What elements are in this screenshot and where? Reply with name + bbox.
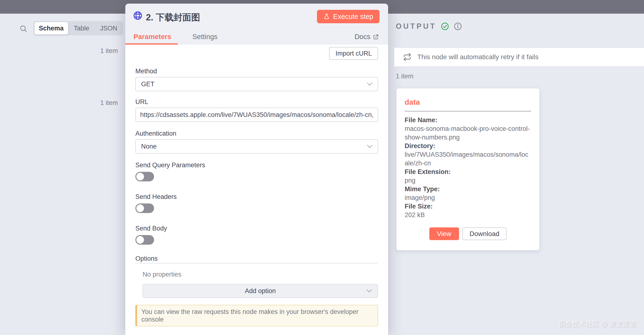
card-divider: [405, 111, 531, 112]
input-item-count-1: 1 item: [70, 47, 118, 55]
view-button[interactable]: View: [429, 228, 459, 240]
search-icon[interactable]: [19, 24, 28, 34]
success-check-icon: [440, 22, 449, 31]
modal-header: 2. 下载封面图 Execute step: [125, 4, 388, 32]
send-headers-toggle[interactable]: [135, 204, 154, 213]
node-detail-modal: 2. 下载封面图 Execute step Parameters Setting…: [125, 4, 388, 335]
toggle-knob: [136, 204, 144, 212]
send-query-parameters-toggle[interactable]: [135, 172, 154, 182]
input-item-count-2: 1 item: [70, 99, 118, 107]
node-title: 2. 下载封面图: [146, 12, 200, 24]
mime-type-label: Mime Type:: [405, 185, 531, 194]
flask-icon: [323, 13, 330, 20]
retry-note: This node will automatically retry if it…: [417, 53, 538, 61]
url-label: URL: [135, 98, 378, 106]
file-name-value: macos-sonoma-macbook-pro-voice-control-s…: [405, 124, 531, 142]
retry-icon: [403, 53, 412, 61]
input-view-switcher: Schema Table JSON: [34, 21, 123, 36]
file-name-label: File Name:: [405, 116, 531, 124]
chevron-down-icon: [367, 145, 372, 148]
tab-settings[interactable]: Settings: [192, 33, 218, 41]
data-card-title: data: [405, 98, 531, 107]
toggle-knob: [136, 173, 144, 180]
options-empty-text: No properties: [142, 271, 378, 278]
retry-banner: This node will automatically retry if it…: [394, 47, 644, 67]
send-body-toggle[interactable]: [135, 235, 154, 245]
options-divider: [135, 263, 378, 263]
modal-tabs: Parameters Settings Docs: [125, 32, 388, 44]
mime-type-value: image/png: [405, 194, 531, 202]
output-item-count: 1 item: [396, 72, 414, 80]
options-label: Options: [135, 255, 378, 262]
tab-schema[interactable]: Schema: [34, 22, 68, 34]
authentication-label: Authentication: [135, 130, 378, 137]
send-query-parameters-label: Send Query Parameters: [135, 161, 378, 169]
tab-parameters[interactable]: Parameters: [134, 33, 171, 41]
url-input[interactable]: https://cdsassets.apple.com/live/7WUAS35…: [135, 108, 378, 122]
execute-step-button[interactable]: Execute step: [317, 10, 380, 23]
file-size-value: 202 kB: [405, 211, 531, 219]
authentication-select[interactable]: None: [135, 139, 378, 154]
watermark: 掘金技术社区 @ 麦麦麦造: [559, 320, 636, 329]
send-body-label: Send Body: [135, 224, 378, 232]
send-headers-label: Send Headers: [135, 193, 378, 200]
file-extension-value: png: [405, 176, 531, 185]
download-button[interactable]: Download: [462, 228, 507, 240]
method-select[interactable]: GET: [135, 77, 378, 91]
import-curl-button[interactable]: Import cURL: [329, 47, 378, 60]
docs-link[interactable]: Docs: [354, 33, 379, 41]
add-option-button[interactable]: Add option: [142, 284, 378, 298]
file-size-label: File Size:: [405, 202, 531, 211]
info-icon[interactable]: [454, 22, 462, 31]
external-link-icon: [373, 34, 379, 40]
chevron-down-icon: [366, 290, 372, 292]
parameters-panel: Import cURL Method GET URL https://cdsas…: [125, 44, 388, 335]
chevron-down-icon: [367, 83, 372, 86]
toggle-knob: [136, 236, 144, 244]
output-title: OUTPUT: [396, 22, 436, 31]
output-data-card: data File Name: macos-sonoma-macbook-pro…: [396, 88, 540, 250]
tab-table[interactable]: Table: [68, 22, 95, 34]
card-buttons: View Download: [405, 228, 531, 240]
file-extension-label: File Extension:: [405, 168, 531, 176]
output-header: OUTPUT: [396, 22, 462, 31]
http-request-node-icon: [133, 11, 142, 20]
tab-json[interactable]: JSON: [95, 22, 122, 34]
directory-value: live/7WUAS350/images/macos/sonoma/locale…: [405, 150, 531, 168]
directory-label: Directory:: [405, 142, 531, 150]
method-label: Method: [135, 67, 378, 75]
file-meta-rows: File Name: macos-sonoma-macbook-pro-voic…: [405, 116, 531, 219]
raw-requests-notice: You can view the raw requests this node …: [135, 305, 378, 326]
